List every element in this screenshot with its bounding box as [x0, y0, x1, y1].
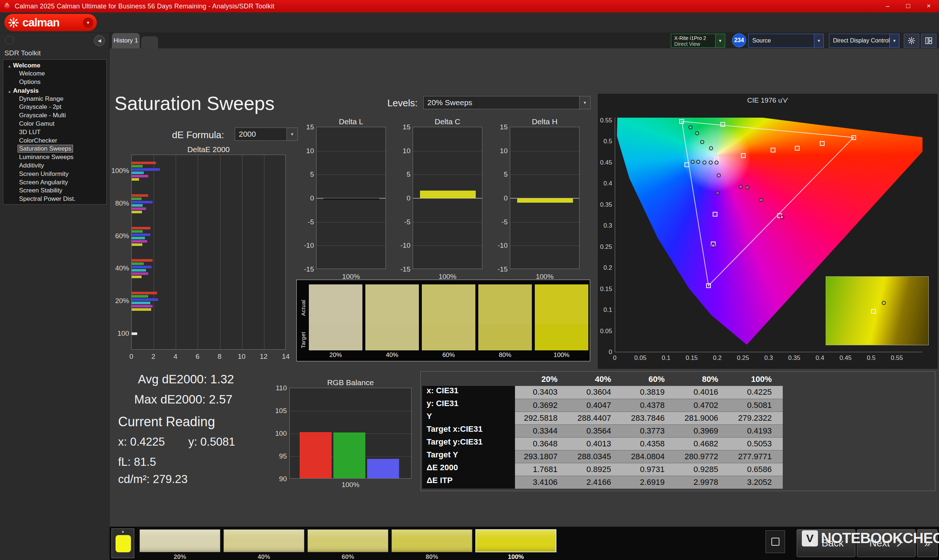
sidebar-item-luminance-sweeps[interactable]: Luminance Sweeps	[3, 153, 106, 162]
patch-window-button[interactable]	[765, 530, 785, 553]
table-cell: 0.8925	[569, 463, 622, 476]
sidebar-item-3d-lut[interactable]: 3D LUT	[3, 128, 106, 137]
chevron-down-icon[interactable]: ▼	[715, 34, 725, 47]
chevron-down-icon[interactable]: ▼	[579, 96, 590, 109]
deltae-bar	[132, 175, 148, 177]
sweep-patch-40[interactable]	[224, 529, 304, 552]
sidebar-item-spectral-power-dist[interactable]: Spectral Power Dist.	[3, 195, 106, 203]
source-dropdown[interactable]: Source ▼	[748, 34, 824, 48]
table-cell: 280.9772	[675, 450, 729, 463]
deltae-bar	[132, 227, 150, 229]
axis-label: -10	[495, 242, 508, 249]
deltae-bar	[132, 165, 143, 168]
target-swatch	[365, 324, 419, 350]
gridline	[413, 246, 482, 246]
tree-section-welcome[interactable]: ▴Welcome	[3, 61, 106, 70]
axis-label: 20%	[106, 297, 129, 305]
measurement-table-region: 20%40%60%80%100%x: CIE310.34030.36040.38…	[420, 371, 935, 491]
swatch-comparison-panel: Actual Target 20%40%60%80%100%	[296, 280, 590, 362]
axis-label: 40%	[106, 264, 129, 272]
levels-dropdown[interactable]: 20% Sweeps ▼	[423, 96, 591, 109]
workflow-menu-icon[interactable]	[5, 36, 14, 45]
sweep-patch-60[interactable]	[307, 529, 389, 552]
sidebar-item-options[interactable]: Options	[3, 78, 106, 86]
deltae-bar	[132, 259, 153, 262]
sidebar-item-dynamic-range[interactable]: Dynamic Range	[3, 95, 106, 103]
meter-dropdown[interactable]: X-Rite i1Pro 2 Direct View ▼	[671, 34, 725, 48]
layout-button[interactable]	[921, 34, 936, 48]
target-swatch	[422, 324, 475, 350]
axis-label: 15	[495, 123, 508, 131]
sidebar-item-screen-uniformity[interactable]: Screen Uniformity	[3, 170, 106, 178]
sidebar-item-screen-angularity[interactable]: Screen Angularity	[3, 178, 106, 187]
axis-label: 0	[495, 194, 508, 202]
target-swatch	[309, 324, 362, 350]
sidebar-item-grayscale-multi[interactable]: Grayscale - Multi	[3, 111, 106, 120]
minimize-button[interactable]: –	[877, 0, 898, 12]
display-control-dropdown[interactable]: Direct Display Control ▼	[829, 34, 899, 48]
meter-label: X-Rite i1Pro 2 Direct View	[671, 34, 715, 47]
calman-logo[interactable]: calman ▾	[5, 14, 97, 31]
gridline	[220, 155, 220, 349]
collapse-sidebar-button[interactable]: ◀	[94, 35, 105, 46]
table-row: Target x:CIE310.33440.35640.37730.39690.…	[422, 425, 783, 437]
page-title: Saturation Sweeps	[114, 92, 275, 114]
axis-label: 0.05	[598, 328, 612, 335]
tab-history-1[interactable]: History 1	[112, 33, 140, 48]
de-formula-value: 2000	[235, 130, 287, 138]
axis-label: 0.3	[598, 222, 612, 229]
sidebar-item-saturation-sweeps[interactable]: Saturation Sweeps	[3, 145, 106, 153]
sidebar-item-welcome[interactable]: Welcome	[3, 70, 106, 78]
actual-swatch	[365, 285, 419, 324]
gridline	[290, 411, 411, 411]
chevron-down-icon[interactable]: ▼	[814, 34, 823, 47]
tree-expand-icon[interactable]: ▴	[8, 64, 11, 68]
deltae-bar	[132, 237, 145, 239]
swatch-column	[422, 285, 475, 350]
patch-label: 20%	[139, 554, 220, 560]
cie-measured-marker	[882, 301, 886, 305]
sidebar-item-screen-stability[interactable]: Screen Stability	[3, 186, 106, 195]
de-formula-dropdown[interactable]: 2000 ▼	[235, 128, 298, 141]
back-button[interactable]: Back	[797, 529, 856, 557]
chart-title: CIE 1976 u'v'	[598, 96, 937, 105]
table-cell: 0.3403	[515, 386, 569, 399]
cie-measured-marker	[717, 173, 721, 177]
axis-label: 12	[256, 352, 271, 361]
axis-label: 100%	[106, 167, 129, 175]
sidebar-item-colorchecker[interactable]: ColorChecker	[3, 137, 106, 145]
chevron-down-icon[interactable]: ▼	[890, 34, 899, 47]
table-header: 60%	[622, 372, 675, 386]
gridline	[316, 222, 385, 223]
new-tab-button[interactable]	[141, 36, 158, 48]
deltae-bar	[132, 197, 142, 200]
more-nav-button[interactable]: »	[917, 529, 937, 557]
axis-label: 0.5	[598, 138, 612, 145]
sweep-patch-100[interactable]	[475, 529, 557, 552]
tree-expand-icon[interactable]: ▴	[8, 89, 11, 94]
swatch-column	[309, 285, 362, 350]
current-patch-window[interactable]: ▲	[111, 528, 134, 558]
chart-title: Delta H	[510, 117, 580, 126]
settings-button[interactable]	[904, 34, 919, 48]
gridline	[198, 155, 198, 349]
next-button[interactable]: Next	[857, 529, 916, 557]
sidebar-item-grayscale-2pt[interactable]: Grayscale - 2pt	[3, 103, 106, 111]
axis-label: 0	[598, 349, 612, 356]
gridline	[154, 155, 154, 349]
tree-section-analysis[interactable]: ▴Analysis	[3, 86, 106, 95]
close-button[interactable]: ×	[919, 0, 939, 12]
axis-label: 15	[397, 123, 410, 131]
table-cell: 3.2052	[729, 476, 783, 489]
table-cell: 0.3604	[569, 386, 622, 399]
sweep-patch-80[interactable]	[392, 529, 472, 552]
deltae-bar	[132, 234, 150, 236]
sidebar-item-color-gamut[interactable]: Color Gamut	[3, 120, 106, 128]
axis-label: 4	[168, 352, 183, 361]
sidebar-item-additivity[interactable]: Additivity	[3, 162, 106, 170]
table-cell: 279.2322	[729, 412, 783, 425]
logo-dropdown-icon[interactable]: ▾	[83, 18, 93, 28]
chevron-down-icon[interactable]: ▼	[287, 128, 298, 140]
maximize-button[interactable]: □	[898, 0, 919, 12]
sweep-patch-20[interactable]	[139, 529, 220, 552]
